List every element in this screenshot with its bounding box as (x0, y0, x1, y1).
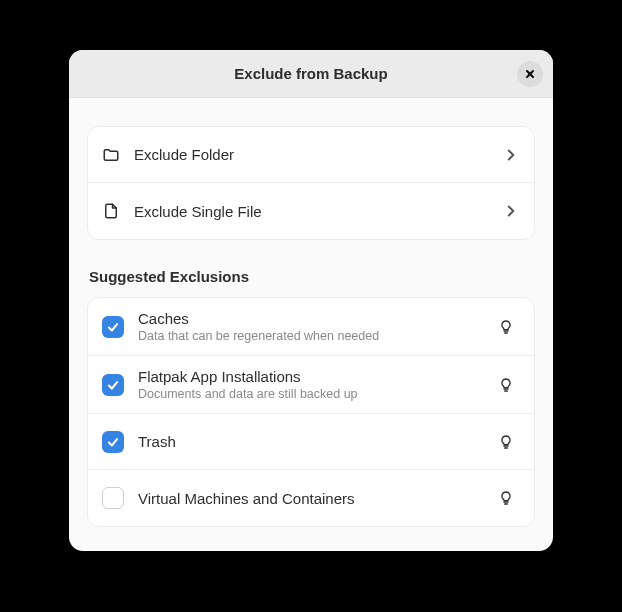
suggested-row-trash: Trash (88, 414, 534, 470)
check-icon (106, 435, 120, 449)
chevron-right-icon (502, 146, 520, 164)
lightbulb-icon (498, 490, 514, 506)
checkbox-vm[interactable] (102, 487, 124, 509)
exclude-dialog: Exclude from Backup Exclude Folder (69, 50, 553, 551)
suggested-section-title: Suggested Exclusions (87, 268, 535, 285)
chevron-right-icon (502, 202, 520, 220)
checkbox-caches[interactable] (102, 316, 124, 338)
close-button[interactable] (517, 61, 543, 87)
lightbulb-icon (498, 319, 514, 335)
folder-icon (102, 146, 120, 164)
info-button[interactable] (492, 484, 520, 512)
check-icon (106, 320, 120, 334)
dialog-header: Exclude from Backup (69, 50, 553, 98)
checkbox-flatpak[interactable] (102, 374, 124, 396)
suggested-text: Caches Data that can be regenerated when… (138, 310, 492, 343)
suggested-row-flatpak: Flatpak App Installations Documents and … (88, 356, 534, 414)
exclude-file-label: Exclude Single File (134, 203, 502, 220)
info-button[interactable] (492, 313, 520, 341)
suggested-row-caches: Caches Data that can be regenerated when… (88, 298, 534, 356)
suggested-row-vm: Virtual Machines and Containers (88, 470, 534, 526)
lightbulb-icon (498, 377, 514, 393)
suggested-text: Virtual Machines and Containers (138, 490, 492, 507)
suggested-title: Trash (138, 433, 492, 450)
lightbulb-icon (498, 434, 514, 450)
suggested-text: Flatpak App Installations Documents and … (138, 368, 492, 401)
check-icon (106, 378, 120, 392)
exclude-folder-row[interactable]: Exclude Folder (88, 127, 534, 183)
info-button[interactable] (492, 371, 520, 399)
checkbox-trash[interactable] (102, 431, 124, 453)
suggested-title: Flatpak App Installations (138, 368, 492, 385)
suggested-text: Trash (138, 433, 492, 450)
dialog-title: Exclude from Backup (234, 65, 387, 82)
info-button[interactable] (492, 428, 520, 456)
exclude-folder-label: Exclude Folder (134, 146, 502, 163)
exclude-file-row[interactable]: Exclude Single File (88, 183, 534, 239)
suggested-title: Virtual Machines and Containers (138, 490, 492, 507)
suggested-subtitle: Data that can be regenerated when needed (138, 329, 492, 343)
close-icon (524, 68, 536, 80)
dialog-content: Exclude Folder Exclude Single File Sugge… (69, 98, 553, 551)
suggested-title: Caches (138, 310, 492, 327)
action-list: Exclude Folder Exclude Single File (87, 126, 535, 240)
suggested-list: Caches Data that can be regenerated when… (87, 297, 535, 527)
file-icon (102, 202, 120, 220)
suggested-subtitle: Documents and data are still backed up (138, 387, 492, 401)
